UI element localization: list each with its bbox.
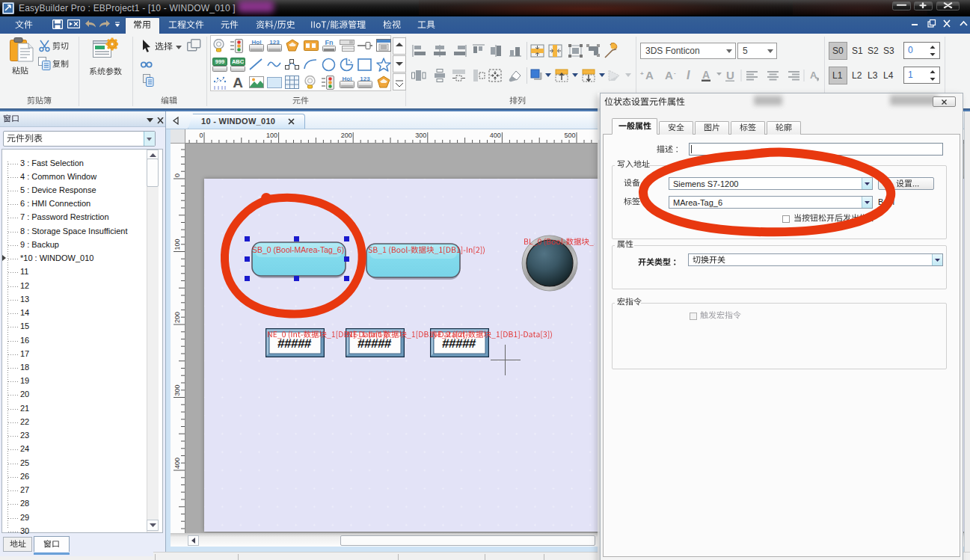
- svg-text:A: A: [810, 70, 817, 81]
- svg-text:300: 300: [174, 384, 181, 396]
- svg-text:-: -: [674, 70, 676, 76]
- svg-text:A: A: [645, 69, 654, 81]
- svg-text:500: 500: [564, 132, 575, 139]
- svg-text:999: 999: [215, 58, 225, 65]
- svg-text:400: 400: [490, 132, 501, 139]
- svg-text:0: 0: [174, 173, 181, 177]
- svg-text:300: 300: [415, 132, 426, 139]
- svg-text:100: 100: [266, 132, 277, 139]
- svg-text:U: U: [726, 69, 734, 81]
- svg-text:+: +: [640, 70, 644, 77]
- svg-text:200: 200: [341, 132, 352, 139]
- svg-text:I: I: [687, 69, 690, 81]
- svg-text:Fn: Fn: [325, 39, 333, 46]
- svg-text:100: 100: [174, 239, 181, 250]
- svg-text:A: A: [233, 76, 243, 89]
- svg-text:400: 400: [174, 458, 181, 469]
- svg-text:200: 200: [174, 312, 181, 323]
- svg-text:A: A: [665, 69, 673, 81]
- svg-text:A: A: [702, 69, 710, 81]
- svg-text:0: 0: [199, 132, 203, 139]
- svg-text:ABC: ABC: [232, 58, 245, 65]
